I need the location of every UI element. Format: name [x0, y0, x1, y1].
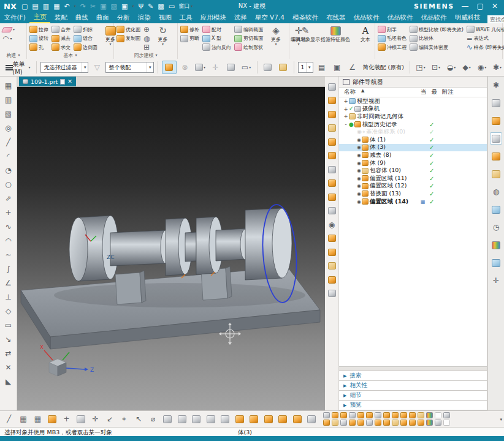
edit-object-display[interactable]: ✎编辑对象显示: [291, 25, 319, 42]
chevron-down-icon[interactable]: ▾: [82, 62, 88, 72]
feature-b1-icon[interactable]: [323, 420, 330, 426]
feature-a12-icon[interactable]: [418, 412, 425, 419]
close-button[interactable]: ✕: [492, 2, 498, 10]
feature-b13-icon[interactable]: [426, 420, 433, 426]
layer-settings-icon[interactable]: ▧: [2, 107, 15, 120]
section-details[interactable]: ▶细节: [339, 391, 487, 401]
cascade-windows-icon[interactable]: ▩: [158, 3, 164, 10]
arc-curve-icon[interactable]: ◠: [2, 234, 15, 247]
intersect[interactable]: 求交: [51, 43, 71, 52]
point-icon[interactable]: +: [2, 206, 15, 219]
feature-b7-icon[interactable]: [375, 420, 382, 426]
constraint-navigator-icon[interactable]: [490, 115, 502, 127]
feature-a1-icon[interactable]: [323, 412, 330, 419]
feature-a7-icon[interactable]: [375, 412, 382, 419]
shell-feature-icon[interactable]: [327, 192, 337, 202]
offset-region-icon[interactable]: ⊕: [143, 25, 150, 34]
table-edit-icon[interactable]: ▦: [18, 413, 29, 425]
sweep[interactable]: 扫掠: [73, 25, 98, 34]
subtract-8[interactable]: ◉减去 (8)✓: [339, 151, 487, 159]
sheet-feature-icon[interactable]: [327, 275, 337, 284]
extrude[interactable]: 拉伸: [29, 25, 49, 34]
copy-stack-icon[interactable]: [162, 413, 174, 425]
menu-tab-11[interactable]: 星空 V7.4: [251, 12, 288, 23]
table-datum-icon[interactable]: ▦: [32, 413, 44, 425]
chevron-down-icon[interactable]: ▾: [306, 62, 313, 72]
offset-region-14[interactable]: ◉偏置区域 (14)▦✓: [339, 198, 487, 206]
visibility-eye-icon[interactable]: ◉: [357, 160, 361, 166]
feature-b5-icon[interactable]: [357, 420, 365, 426]
expressions[interactable]: =表达式: [466, 34, 504, 43]
revolve-feature-icon[interactable]: [327, 96, 337, 105]
visibility-eye-icon[interactable]: ◉: [357, 153, 361, 158]
feature-a11-icon[interactable]: [409, 412, 416, 419]
datum-plane-icon[interactable]: [327, 110, 337, 119]
menu-tab-17[interactable]: 明威科技: [451, 12, 484, 23]
chevron-down-icon[interactable]: ▾: [155, 53, 157, 57]
spline[interactable]: ∿样条 (即将失效): [466, 43, 504, 52]
filter-box-icon[interactable]: ▾: [194, 61, 207, 74]
view-gallery-icon[interactable]: [490, 168, 502, 180]
web-browser-icon[interactable]: [490, 203, 502, 216]
history-icon[interactable]: ◷: [490, 221, 502, 233]
crankshaft-model[interactable]: [69, 208, 292, 281]
optimize-face[interactable]: 优化面: [116, 25, 141, 34]
datum-csys-0[interactable]: ◉⌖基准坐标系 (0)✓: [339, 128, 487, 136]
edge-blend[interactable]: 边倒圆: [73, 43, 98, 52]
menu-tab-1[interactable]: 主页: [29, 12, 50, 23]
extrude-feature-icon[interactable]: [327, 82, 337, 91]
csys-axis-icon[interactable]: ∠: [346, 61, 359, 74]
maximize-button[interactable]: ▢: [477, 2, 484, 10]
cube-copy-icon[interactable]: [248, 413, 260, 425]
visibility-eye-icon[interactable]: ◉: [357, 191, 361, 197]
shaded-mode-icon[interactable]: ◒▾: [445, 61, 458, 74]
command-search-input[interactable]: [487, 15, 504, 23]
replace-face-icon[interactable]: ◍: [143, 34, 150, 43]
sheet-curl-icon[interactable]: [291, 413, 303, 425]
sphere-mill-icon[interactable]: [205, 413, 216, 425]
sheet-orange-icon[interactable]: [262, 413, 274, 425]
expander-icon[interactable]: +: [343, 106, 349, 112]
datum-axis-feature-icon[interactable]: [327, 124, 337, 133]
rectangle-icon[interactable]: ▭: [2, 318, 15, 331]
circle-gauge-icon[interactable]: ◔: [2, 164, 15, 176]
feature-a15-icon[interactable]: [443, 412, 451, 419]
angle-icon[interactable]: ∠: [2, 276, 15, 289]
feature-a14-icon[interactable]: [435, 412, 442, 419]
reverse-normal[interactable]: 法向反向: [202, 43, 232, 52]
trim-body-icon[interactable]: [327, 247, 337, 257]
compare-body[interactable]: 比较体: [409, 34, 464, 43]
menu-button[interactable]: 菜单(M)▾: [3, 60, 32, 75]
expander-icon[interactable]: +: [343, 113, 349, 119]
undo-icon[interactable]: ↶: [64, 3, 70, 10]
polygon-icon[interactable]: ◇: [2, 304, 15, 317]
menu-tab-16[interactable]: 优品软件: [417, 12, 451, 23]
close-icon[interactable]: ✕: [67, 78, 72, 85]
feature-a3-icon[interactable]: [340, 412, 348, 419]
body-3[interactable]: ◉体 (3)✓: [339, 144, 487, 152]
move-component-icon[interactable]: ✛: [90, 413, 101, 425]
window-icon[interactable]: ▭: [169, 3, 175, 10]
feature-b10-icon[interactable]: [400, 420, 408, 426]
spline-icon[interactable]: ∿: [2, 220, 15, 233]
move-object-icon[interactable]: ✛: [209, 61, 223, 74]
select-body-icon[interactable]: [162, 61, 177, 74]
section-view-icon[interactable]: ▥: [2, 93, 15, 106]
mate[interactable]: 配对: [202, 25, 232, 34]
feature-b9-icon[interactable]: [392, 420, 399, 426]
replace-face-13[interactable]: ◉替换面 (13)✓: [339, 190, 487, 198]
selection-filter-select[interactable]: 无选择过滤器▾: [40, 62, 88, 73]
cylinder-icon[interactable]: ◎: [2, 121, 15, 134]
hd3d-tools-icon[interactable]: [490, 239, 502, 251]
menu-tab-13[interactable]: 布线器: [322, 12, 349, 23]
bottom-toolbar-overflow-arrow[interactable]: ▾: [500, 417, 502, 422]
section-search[interactable]: ▶搜索: [339, 371, 487, 381]
more-sync[interactable]: ↻更多▾: [152, 25, 173, 46]
chevron-down-icon[interactable]: ▾: [74, 4, 76, 8]
line-tool-icon[interactable]: ╱: [3, 413, 15, 425]
more-surface[interactable]: ◈更多▾: [265, 25, 286, 46]
lettering[interactable]: 刻字: [377, 25, 407, 34]
studio-curve-icon[interactable]: ∼: [2, 248, 15, 261]
rect-select-icon[interactable]: ▭▾: [240, 61, 253, 74]
blend-feature-icon[interactable]: [327, 165, 337, 174]
